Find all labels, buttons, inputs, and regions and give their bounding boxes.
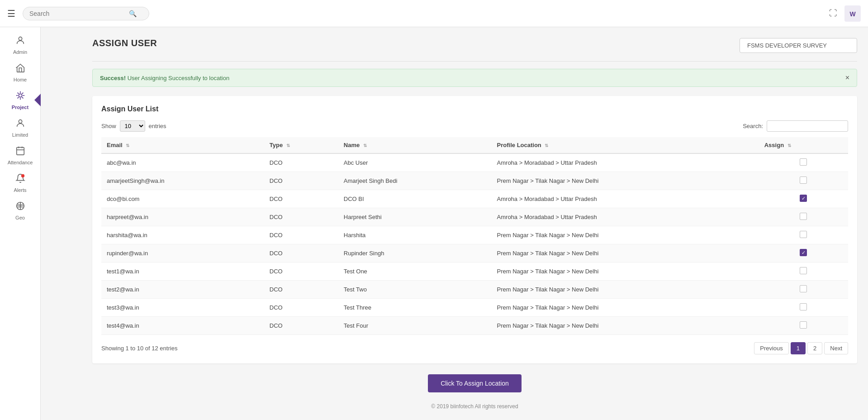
home-icon xyxy=(15,63,25,75)
cell-name: Test Four xyxy=(338,317,492,335)
cell-type: DCO xyxy=(264,153,338,172)
svg-point-5 xyxy=(19,37,22,40)
table-row: test2@wa.in DCO Test Two Prem Nagar > Ti… xyxy=(101,281,848,299)
svg-text:W: W xyxy=(849,10,856,18)
sidebar-item-project[interactable]: Project xyxy=(0,86,41,114)
sidebar-item-home[interactable]: Home xyxy=(0,58,41,86)
survey-selector[interactable] xyxy=(740,38,857,53)
table-row: amarjeetSingh@wa.in DCO Amarjeet Singh B… xyxy=(101,172,848,190)
next-button[interactable]: Next xyxy=(824,342,848,354)
table-row: rupinder@wa.in DCO Rupinder Singh Prem N… xyxy=(101,244,848,262)
svg-point-15 xyxy=(19,120,22,123)
pagination-row: Showing 1 to 10 of 12 entries Previous 1… xyxy=(101,342,848,354)
user-table: Email ⇅ Type ⇅ Name ⇅ Profile Location ⇅… xyxy=(101,137,848,335)
sidebar: W WireAxis Admin Home Project Limited xyxy=(0,0,41,420)
cell-name: Amarjeet Singh Bedi xyxy=(338,172,492,190)
table-row: test4@wa.in DCO Test Four Prem Nagar > T… xyxy=(101,317,848,335)
svg-rect-16 xyxy=(16,148,24,155)
svg-point-6 xyxy=(19,94,22,97)
assign-checkbox[interactable] xyxy=(800,267,807,274)
footer-text: © 2019 biinfotech All rights reserved xyxy=(431,403,518,410)
cell-type: DCO xyxy=(264,172,338,190)
cell-email: harshita@wa.in xyxy=(101,226,264,244)
cell-email: test3@wa.in xyxy=(101,299,264,317)
sidebar-item-attendance-label: Attendance xyxy=(8,160,33,165)
page-title: ASSIGN USER xyxy=(92,38,157,48)
cell-assign xyxy=(759,153,848,172)
search-input[interactable] xyxy=(29,10,129,17)
cell-name: Harpreet Sethi xyxy=(338,208,492,226)
main-content: ASSIGN USER Success! User Assigning Succ… xyxy=(81,27,868,420)
cell-location: Prem Nagar > Tilak Nagar > New Delhi xyxy=(492,262,759,281)
assign-checkbox[interactable] xyxy=(800,213,807,220)
sidebar-item-limited[interactable]: Limited xyxy=(0,114,41,141)
assign-checkbox[interactable] xyxy=(800,321,807,329)
sidebar-item-limited-label: Limited xyxy=(12,132,28,138)
svg-line-14 xyxy=(17,97,19,99)
email-sort-icon[interactable]: ⇅ xyxy=(126,143,129,148)
cell-location: Amroha > Moradabad > Uttar Pradesh xyxy=(492,190,759,208)
limited-icon xyxy=(15,118,25,130)
name-sort-icon[interactable]: ⇅ xyxy=(363,143,367,148)
page-header: ASSIGN USER xyxy=(92,38,857,56)
sidebar-item-attendance[interactable]: Attendance xyxy=(0,141,41,169)
entries-select[interactable]: 10 25 50 100 xyxy=(120,120,145,132)
assign-sort-icon[interactable]: ⇅ xyxy=(787,143,791,148)
svg-line-11 xyxy=(17,93,19,94)
cell-email: abc@wa.in xyxy=(101,153,264,172)
sidebar-item-admin[interactable]: Admin xyxy=(0,31,41,58)
assign-checkbox[interactable] xyxy=(800,158,807,166)
page-1-button[interactable]: 1 xyxy=(791,342,806,354)
search-box: 🔍 xyxy=(23,7,149,20)
location-sort-icon[interactable]: ⇅ xyxy=(545,143,548,148)
sidebar-item-geo[interactable]: Geo xyxy=(0,196,41,224)
cell-location: Prem Nagar > Tilak Nagar > New Delhi xyxy=(492,281,759,299)
cell-email: test4@wa.in xyxy=(101,317,264,335)
table-search-input[interactable] xyxy=(767,120,848,132)
assign-checkbox[interactable] xyxy=(800,231,807,238)
cell-assign xyxy=(759,262,848,281)
success-alert: Success! User Assigning Successfully to … xyxy=(92,69,857,87)
type-sort-icon[interactable]: ⇅ xyxy=(286,143,290,148)
alert-message: Success! User Assigning Successfully to … xyxy=(100,75,229,81)
cell-assign xyxy=(759,172,848,190)
fullscreen-icon[interactable]: ⛶ xyxy=(829,9,837,18)
cell-type: DCO xyxy=(264,190,338,208)
previous-button[interactable]: Previous xyxy=(754,342,789,354)
sidebar-item-alerts-label: Alerts xyxy=(14,187,26,193)
search-icon: 🔍 xyxy=(129,10,137,17)
header-divider xyxy=(92,61,857,62)
sidebar-item-alerts[interactable]: Alerts xyxy=(0,169,41,196)
table-body: abc@wa.in DCO Abc User Amroha > Moradaba… xyxy=(101,153,848,335)
cell-type: DCO xyxy=(264,262,338,281)
pagination: Previous 1 2 Next xyxy=(754,342,848,354)
svg-point-20 xyxy=(21,174,24,177)
project-icon xyxy=(15,91,25,103)
entries-label: entries xyxy=(149,123,166,129)
cell-assign xyxy=(759,299,848,317)
page-2-button[interactable]: 2 xyxy=(807,342,822,354)
table-controls: Show 10 25 50 100 entries Search: xyxy=(101,120,848,132)
cell-name: Test Two xyxy=(338,281,492,299)
sidebar-item-project-label: Project xyxy=(12,105,28,110)
cell-location: Amroha > Moradabad > Uttar Pradesh xyxy=(492,208,759,226)
active-indicator xyxy=(34,94,41,106)
assign-checkbox[interactable] xyxy=(800,195,807,202)
cell-name: Rupinder Singh xyxy=(338,244,492,262)
table-row: test1@wa.in DCO Test One Prem Nagar > Ti… xyxy=(101,262,848,281)
col-email: Email ⇅ xyxy=(101,137,264,153)
cell-type: DCO xyxy=(264,226,338,244)
assign-location-button[interactable]: Click To Assign Location xyxy=(428,374,522,392)
geo-icon xyxy=(15,201,25,213)
hamburger-button[interactable]: ☰ xyxy=(7,8,15,19)
col-type: Type ⇅ xyxy=(264,137,338,153)
cell-type: DCO xyxy=(264,244,338,262)
alert-close-button[interactable]: × xyxy=(845,74,849,82)
assign-checkbox[interactable] xyxy=(800,303,807,310)
col-assign: Assign ⇅ xyxy=(759,137,848,153)
assign-checkbox[interactable] xyxy=(800,249,807,256)
assign-checkbox[interactable] xyxy=(800,285,807,292)
assign-checkbox[interactable] xyxy=(800,177,807,184)
cell-name: Harshita xyxy=(338,226,492,244)
sidebar-item-geo-label: Geo xyxy=(15,215,25,220)
